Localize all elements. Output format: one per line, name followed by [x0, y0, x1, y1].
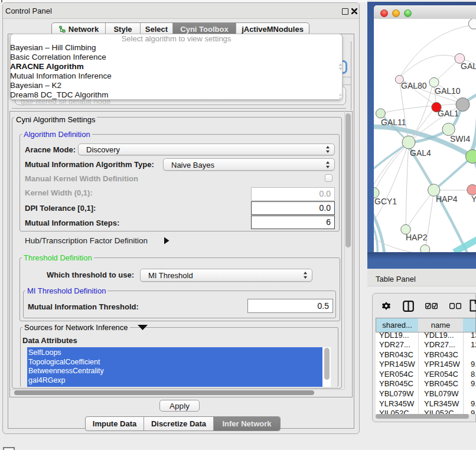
svg-text:Y: Y	[471, 194, 476, 204]
svg-text:HAP4: HAP4	[436, 194, 458, 204]
svg-text:GAL10: GAL10	[435, 86, 461, 96]
svg-text:SWI4: SWI4	[450, 134, 470, 144]
svg-text:GAL1: GAL1	[438, 109, 459, 118]
svg-text:HAP2: HAP2	[406, 233, 428, 242]
svg-text:GAL4: GAL4	[410, 148, 431, 158]
svg-text:GAL11: GAL11	[381, 118, 406, 127]
svg-text:GAL: GAL	[461, 61, 476, 71]
svg-text:GCY1: GCY1	[374, 197, 397, 206]
svg-text:GAL80: GAL80	[401, 81, 427, 90]
